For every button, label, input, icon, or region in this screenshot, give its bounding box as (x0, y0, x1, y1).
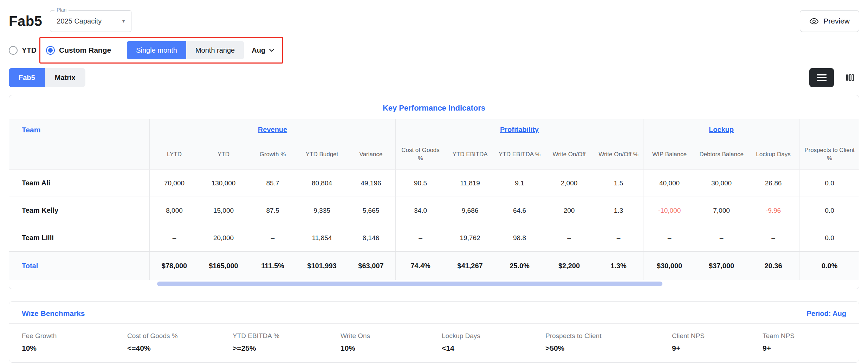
value-cell: – (643, 224, 695, 251)
total-row: Total$78,000$165,000111.5%$101,993$63,00… (9, 251, 859, 280)
plan-select-value: 2025 Capacity (57, 17, 102, 25)
team-name: Team Kelly (9, 197, 150, 224)
value-cell: 15,000 (199, 197, 248, 224)
value-cell: 34.0 (396, 197, 445, 224)
horizontal-scrollbar (9, 280, 859, 289)
view-tabs-row: Fab5 Matrix (9, 68, 859, 87)
page-title: Fab5 (9, 13, 42, 29)
kpi-table-body: Team Ali70,000130,00085.780,80449,19690.… (9, 169, 859, 280)
value-cell: – (150, 224, 199, 251)
team-name: Team Ali (9, 170, 150, 197)
value-cell: – (544, 224, 594, 251)
custom-range-highlight-box: Custom Range Single month Month range Au… (39, 37, 283, 64)
column-header: Lockup Days (747, 140, 799, 169)
value-cell: 111.5% (248, 252, 297, 280)
value-cell: 8,146 (346, 224, 396, 251)
plan-select-label: Plan (54, 7, 69, 13)
value-cell: 85.7 (248, 170, 297, 197)
benchmark-item: Write Ons10% (341, 332, 442, 352)
value-cell: 9,686 (445, 197, 495, 224)
value-cell: 2,000 (544, 170, 594, 197)
value-cell: $78,000 (150, 252, 199, 280)
kpi-card: Key Performance Indicators Team Revenue … (9, 95, 859, 289)
date-filter-row: YTD Custom Range Single month Month rang… (9, 37, 859, 63)
benchmark-item: Fee Growth10% (22, 332, 127, 352)
column-view-button[interactable] (840, 68, 859, 87)
value-cell: 19,762 (445, 224, 495, 251)
benchmark-value: >50% (545, 344, 672, 352)
month-range-button[interactable]: Month range (186, 41, 244, 59)
column-header: YTD EBITDA (445, 140, 495, 169)
value-cell: $30,000 (643, 252, 695, 280)
group-header-lockup[interactable]: Lockup (643, 119, 799, 140)
benchmarks-card: Wize Benchmarks Period: Aug Fee Growth10… (9, 301, 859, 363)
column-header: YTD (199, 140, 248, 169)
value-cell: – (396, 224, 445, 251)
layout-toggle-buttons (809, 68, 859, 87)
column-header: LYTD (150, 140, 199, 169)
column-header: YTD Budget (297, 140, 346, 169)
single-month-button[interactable]: Single month (127, 41, 186, 59)
column-header: Growth % (248, 140, 297, 169)
column-header: Cost of Goods % (396, 140, 445, 169)
value-cell: 74.4% (396, 252, 445, 280)
value-cell: 64.6 (495, 197, 544, 224)
value-cell: $101,993 (297, 252, 346, 280)
month-dropdown[interactable]: Aug (252, 46, 274, 54)
custom-range-radio[interactable]: Custom Range (46, 46, 111, 55)
benchmarks-title: Wize Benchmarks (22, 309, 85, 318)
page: Fab5 Plan 2025 Capacity ▾ Preview YTD Cu… (0, 0, 868, 363)
tab-fab5[interactable]: Fab5 (9, 68, 45, 87)
benchmark-value: >=25% (233, 344, 341, 352)
value-cell: – (695, 224, 747, 251)
radio-circle-icon (9, 46, 18, 55)
value-cell: 49,196 (346, 170, 396, 197)
column-header: Prospects to Client % (799, 140, 859, 169)
benchmark-value: 10% (22, 344, 127, 352)
group-header-profitability[interactable]: Profitability (396, 119, 643, 140)
preview-button[interactable]: Preview (800, 10, 859, 32)
plan-select[interactable]: Plan 2025 Capacity ▾ (50, 10, 131, 32)
view-tabs: Fab5 Matrix (9, 68, 85, 87)
benchmark-value: <=40% (127, 344, 233, 352)
value-cell: 8,000 (150, 197, 199, 224)
value-cell: 25.0% (495, 252, 544, 280)
table-row: Team Ali70,000130,00085.780,80449,19690.… (9, 169, 859, 197)
tab-matrix[interactable]: Matrix (45, 68, 85, 87)
ytd-radio[interactable]: YTD (9, 46, 37, 55)
value-cell: 1.3 (594, 197, 643, 224)
value-cell: – (594, 224, 643, 251)
value-cell: – (747, 224, 799, 251)
chevron-down-icon (269, 48, 274, 52)
table-row: Team Lilli–20,000–11,8548,146–19,76298.8… (9, 224, 859, 251)
value-cell: 7,000 (695, 197, 747, 224)
column-header: YTD EBITDA % (495, 140, 544, 169)
value-cell: 0.0 (799, 197, 859, 224)
benchmark-value: 9+ (672, 344, 763, 352)
value-cell: 98.8 (495, 224, 544, 251)
value-cell: 0.0% (799, 252, 859, 280)
value-cell: 11,854 (297, 224, 346, 251)
divider (119, 45, 119, 55)
column-header: Variance (346, 140, 396, 169)
benchmark-label: YTD EBITDA % (233, 332, 341, 340)
value-cell: $37,000 (695, 252, 747, 280)
value-cell: $63,007 (346, 252, 396, 280)
column-header: Write On/Off (544, 140, 594, 169)
value-cell: 90.5 (396, 170, 445, 197)
list-view-button[interactable] (809, 68, 834, 87)
group-header-revenue[interactable]: Revenue (150, 119, 396, 140)
month-mode-segmented-control: Single month Month range (127, 41, 244, 59)
horizontal-scrollbar-thumb[interactable] (157, 282, 662, 286)
benchmark-value: 10% (341, 344, 442, 352)
value-cell: 0.0 (799, 224, 859, 251)
benchmark-label: Team NPS (763, 332, 846, 340)
benchmarks-period: Period: Aug (807, 310, 846, 318)
benchmark-item: Client NPS9+ (672, 332, 763, 352)
chevron-down-icon: ▾ (122, 18, 125, 24)
column-header: Write On/Off % (594, 140, 643, 169)
custom-range-radio-label: Custom Range (59, 46, 111, 54)
benchmark-item: Team NPS9+ (763, 332, 846, 352)
value-cell: 40,000 (643, 170, 695, 197)
table-row: Team Kelly8,00015,00087.59,3355,66534.09… (9, 197, 859, 224)
